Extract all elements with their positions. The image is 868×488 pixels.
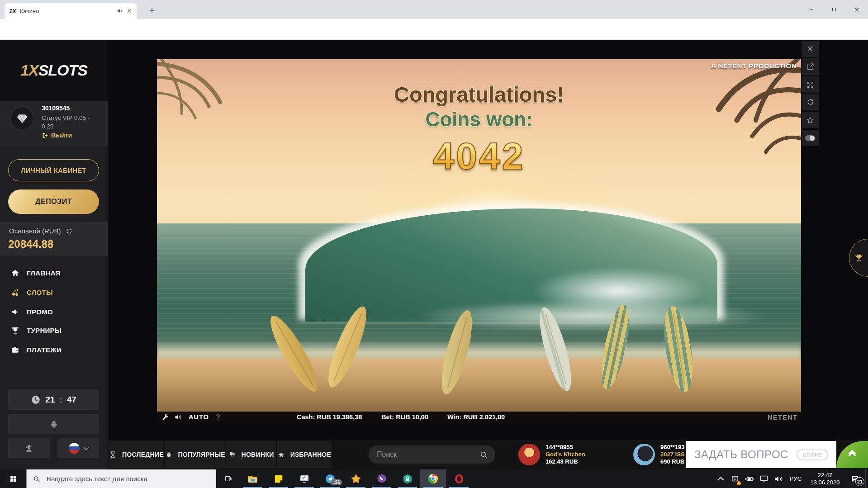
new-tab-button[interactable]: +: [146, 5, 158, 17]
game-help-button[interactable]: ?: [216, 413, 220, 422]
clock-icon: [31, 395, 41, 405]
mode-toggle[interactable]: [802, 130, 819, 146]
android-app-button[interactable]: [8, 414, 99, 434]
logout-link[interactable]: Выйти: [42, 132, 72, 139]
tray-power-icon[interactable]: [742, 469, 757, 488]
balloons-icon: [228, 451, 236, 459]
notification-count-badge: 21: [855, 477, 864, 486]
tray-chevron-up-icon[interactable]: [713, 469, 728, 488]
deposit-button[interactable]: ДЕПОЗИТ: [8, 190, 99, 214]
game-canvas[interactable]: A NETENT PRODUCTION Congratulations! Coi…: [157, 59, 801, 424]
winner-amount: 690 RUB: [660, 458, 685, 465]
taskbar-search-input[interactable]: [46, 474, 210, 483]
ask-question-panel[interactable]: ЗАДАТЬ ВОПРОС on-line: [686, 441, 836, 468]
coins-won-label: Coins won:: [157, 108, 801, 131]
gold-trophy-icon: [854, 253, 863, 262]
game-settings-wrench-icon[interactable]: [161, 413, 169, 421]
sidebar-item-tournaments[interactable]: ТУРНИРЫ: [0, 321, 108, 340]
cash-readout: Cash: RUB 19.396,38: [297, 413, 362, 421]
diamond-icon: [15, 112, 29, 125]
game-thumbnail-gods-kitchen[interactable]: [518, 444, 540, 465]
close-game-icon[interactable]: [802, 41, 819, 57]
tray-language[interactable]: РУС: [786, 475, 806, 482]
tray-clock[interactable]: 22:47 13.06.2020: [806, 472, 844, 486]
winner-ticker-item: 960**193 2027 ISS 690 RUB: [633, 444, 685, 465]
avatar[interactable]: [10, 106, 34, 131]
coins-won-value: 4042: [157, 134, 801, 178]
search-icon[interactable]: [479, 450, 488, 459]
autoplay-button[interactable]: AUTO: [189, 413, 209, 421]
language-selector[interactable]: [57, 438, 99, 458]
tray-time: 22:47: [806, 472, 844, 479]
game-thumbnail-2027-iss[interactable]: [633, 444, 655, 465]
logo[interactable]: 1XSLOTS: [0, 40, 108, 101]
sidebar-item-payments[interactable]: ПЛАТЕЖИ: [0, 340, 108, 360]
tab-title: Казино: [20, 8, 113, 14]
reload-game-icon[interactable]: [802, 94, 819, 110]
taskbar-app-sticky-notes[interactable]: [266, 469, 291, 488]
taskbar-app-explorer[interactable]: [240, 469, 266, 488]
sticky-notes-icon: [274, 474, 284, 484]
support-button[interactable]: [8, 438, 50, 458]
sidebar-item-promo[interactable]: ПРОМО: [0, 302, 108, 322]
game-sound-icon[interactable]: [174, 413, 182, 421]
tab-new[interactable]: НОВИНКИ: [226, 441, 276, 468]
tray-sync-icon[interactable]: [728, 469, 742, 488]
tab-recent[interactable]: ПОСЛЕДНИЕ: [109, 441, 164, 468]
taskbar-app-kaspersky[interactable]: [394, 469, 420, 488]
chevron-down-icon: [83, 445, 89, 450]
browser-tab-casino[interactable]: 1X Казино: [5, 3, 137, 19]
windows-logo-icon: [9, 475, 17, 483]
taskbar-app-system-monitor[interactable]: [291, 469, 317, 488]
favorite-game-star-icon[interactable]: [802, 112, 819, 128]
tab-favorites[interactable]: ИЗБРАННОЕ: [277, 441, 332, 468]
window-close-icon[interactable]: [845, 0, 868, 19]
action-center-button[interactable]: 21: [844, 469, 865, 488]
taskbar-app-telegram[interactable]: ..96: [317, 469, 343, 488]
show-desktop-strip[interactable]: [865, 469, 868, 488]
search-icon: [33, 475, 40, 483]
chat-expand-button[interactable]: [836, 441, 868, 468]
balance-label: Основной (RUB): [9, 227, 73, 235]
congratulations-text: Congratulations!: [157, 82, 801, 107]
game-search[interactable]: [369, 445, 495, 464]
winner-game-link[interactable]: 2027 ISS: [660, 451, 685, 458]
start-button[interactable]: [0, 469, 26, 488]
tab-close-icon[interactable]: [127, 8, 132, 14]
fullscreen-icon[interactable]: [802, 76, 819, 93]
tab-popular[interactable]: ПОПУЛЯРНЫЕ: [165, 441, 225, 468]
tray-volume-icon[interactable]: [771, 469, 786, 488]
taskbar-app-opera[interactable]: [446, 469, 472, 488]
refresh-balance-icon[interactable]: [66, 227, 73, 235]
tournament-tab[interactable]: [849, 239, 868, 277]
home-icon: [11, 269, 19, 277]
hourglass-icon: [109, 451, 117, 459]
window-minimize-icon[interactable]: [800, 0, 823, 19]
task-view-icon: [224, 475, 232, 483]
personal-cabinet-button[interactable]: ЛИЧНЫЙ КАБИНЕТ: [8, 159, 99, 181]
sidebar-clock: 21:47: [8, 389, 99, 410]
taskbar-app-viber[interactable]: [369, 469, 394, 488]
win-readout: Win: RUB 2.021,00: [447, 413, 505, 421]
winner-game-link[interactable]: God's Kitchen: [545, 451, 585, 458]
game-search-input[interactable]: [376, 450, 479, 459]
game-control-bar: AUTO ? Cash: RUB 19.396,38 Bet: RUB 10,0…: [157, 412, 801, 424]
share-icon[interactable]: [802, 58, 819, 75]
tray-date: 13.06.2020: [806, 479, 844, 486]
window-controls: [800, 0, 868, 19]
sidebar-item-main[interactable]: ГЛАВНАЯ: [0, 263, 108, 283]
taskbar-app-favorites[interactable]: [343, 469, 369, 488]
megaphone-icon: [11, 308, 19, 316]
tray-network-icon[interactable]: [757, 469, 771, 488]
android-icon: [49, 419, 59, 429]
taskbar-app-chrome[interactable]: [420, 469, 446, 488]
tab-audio-icon[interactable]: [117, 8, 123, 14]
taskbar-search[interactable]: [26, 469, 216, 488]
screen: 1X Казино + 1xsl: [0, 0, 868, 488]
window-maximize-icon[interactable]: [823, 0, 845, 19]
headset-icon: [24, 443, 34, 453]
sidebar-item-slots[interactable]: СЛОТЫ: [0, 283, 108, 302]
task-view-button[interactable]: [216, 469, 240, 488]
vip-status: Статус VIP 0.05 - 0.25: [42, 114, 90, 131]
russian-flag-icon: [69, 443, 80, 454]
